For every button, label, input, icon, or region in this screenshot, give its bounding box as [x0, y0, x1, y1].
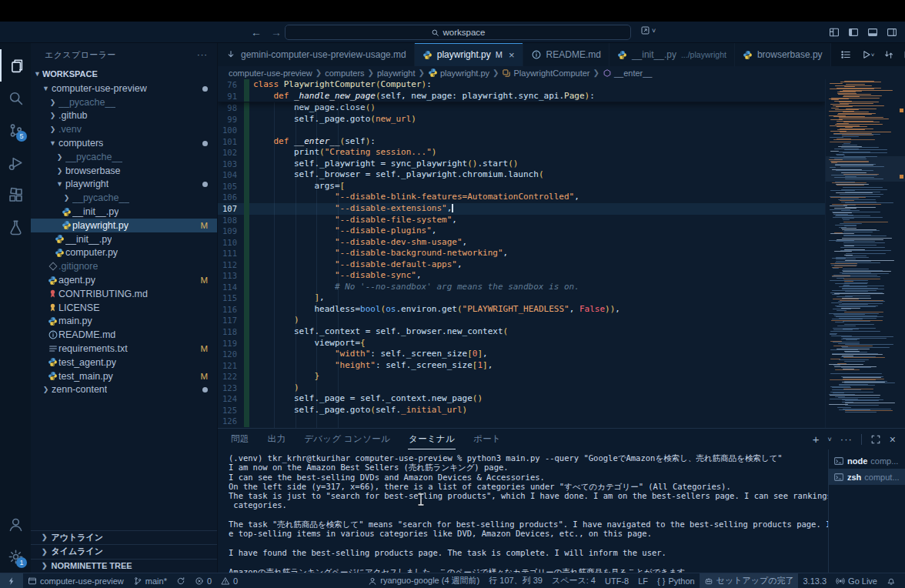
editor-tab-playwright.py[interactable]: playwright.pyM× [415, 43, 523, 66]
editor-tab-README.md[interactable]: README.md [523, 43, 609, 66]
status-python-version[interactable]: 3.13.3 [798, 573, 831, 588]
tree-item-__init__.py[interactable]: __init__.py [31, 232, 217, 246]
terminal-output[interactable]: (.venv) tkr_krhr@tkurihar computer-use-p… [218, 449, 828, 573]
status-git-blame[interactable]: ryanguo-google (4 週間前) [363, 573, 484, 588]
tree-item-.venv[interactable]: ❯.venv [31, 122, 217, 136]
code-line-117[interactable]: 117 ) [218, 315, 825, 326]
code-editor[interactable]: 76class PlaywrightComputer(Computer):91 … [218, 79, 905, 428]
toggle-primary-sidebar-button[interactable] [848, 27, 859, 38]
code-line-125[interactable]: 125 self._page.goto(self._initial_url) [218, 405, 825, 416]
code-line-114[interactable]: 114 # No '--no-sandbox' arg means the sa… [218, 282, 825, 293]
code-line-103[interactable]: 103 self._playwright = sync_playwright()… [218, 159, 825, 170]
breadcrumb-__enter__[interactable]: __enter__ [603, 68, 653, 78]
editor-tab-browserbase.py[interactable]: browserbase.py [735, 43, 831, 66]
tree-item-__pycache__[interactable]: ❯__pycache__ [31, 191, 217, 205]
code-line-109[interactable]: 109 "--disable-plugins", [218, 226, 825, 237]
tree-item-zenn-content[interactable]: ❯zenn-content [31, 383, 217, 397]
outline-button[interactable] [840, 49, 851, 60]
tree-item-.github[interactable]: ❯.github [31, 109, 217, 123]
status-notifications[interactable] [882, 573, 900, 588]
tree-item-README.md[interactable]: README.md [31, 328, 217, 342]
code-line-121[interactable]: 121 "height": self._screen_size[1], [218, 360, 825, 372]
tree-item-test_agent.py[interactable]: test_agent.py [31, 356, 217, 369]
tree-item-browserbase[interactable]: ❯browserbase [31, 164, 217, 178]
sticky-scroll[interactable]: 76class PlaywrightComputer(Computer):91 … [218, 79, 825, 102]
tree-item-playwright.py[interactable]: playwright.pyM [31, 219, 217, 232]
code-line-102[interactable]: 102 print("Creating session...") [218, 147, 825, 159]
panel-tab-出力[interactable]: 出力 [267, 429, 287, 449]
activity-source-control-button[interactable]: 5 [0, 114, 31, 146]
close-tab-button[interactable]: × [509, 49, 515, 61]
workspace-root-folder[interactable]: ▼ WORKSPACE [31, 66, 217, 82]
tree-item-__pycache__[interactable]: ❯__pycache__ [31, 95, 217, 109]
code-line-107[interactable]: 107 "--disable-extensions", [218, 203, 825, 215]
code-line-116[interactable]: 116 headless=bool(os.environ.get("PLAYWR… [218, 304, 825, 316]
breadcrumb-playwright.py[interactable]: playwright.py [428, 68, 489, 78]
code-line-124[interactable]: 124 self._page = self._context.new_page(… [218, 393, 825, 405]
code-line-105[interactable]: 105 args=[ [218, 181, 825, 192]
tree-item-LICENSE[interactable]: LICENSE [31, 301, 217, 315]
status-eol[interactable]: LF [633, 573, 653, 588]
breadcrumb-PlaywrightComputer[interactable]: PlaywrightComputer [502, 68, 589, 78]
tree-item-CONTRIBUTING.md[interactable]: CONTRIBUTING.md [31, 287, 217, 301]
status-cursor-position[interactable]: 行 107、列 39 [484, 573, 547, 588]
minimap[interactable] [825, 79, 905, 428]
code-line-111[interactable]: 111 "--disable-background-networking", [218, 248, 825, 259]
tree-item-test_main.py[interactable]: test_main.pyM [31, 369, 217, 383]
activity-account-button[interactable] [0, 508, 31, 540]
code-line-91[interactable]: 91 def _handle_new_page(self, new_page: … [218, 91, 825, 102]
explorer-more-actions-button[interactable]: ··· [197, 50, 208, 59]
history-forward-button[interactable]: → [271, 26, 282, 38]
command-center-search[interactable]: workspace [285, 25, 631, 40]
status-workspace-name[interactable]: computer-use-preview [23, 573, 129, 588]
activity-run-debug-button[interactable] [0, 146, 31, 179]
status-setup-status[interactable]: セットアップの完了 [700, 573, 799, 588]
panel-tab-ターミナル[interactable]: ターミナル [408, 429, 456, 449]
editor-tab-gemini-computer-use-preview-usage.md[interactable]: gemini-computer-use-preview-usage.md [218, 43, 415, 66]
run-button[interactable]: ˅ [860, 49, 875, 60]
tree-item-playwright[interactable]: ▼playwright [31, 178, 217, 192]
breadcrumb-computer-use-preview[interactable]: computer-use-preview [229, 68, 312, 78]
tree-item-requirements.txt[interactable]: requirements.txtM [31, 342, 217, 356]
code-line-115[interactable]: 115 ], [218, 292, 825, 304]
status-language-mode[interactable]: { }Python [653, 573, 700, 588]
tree-item-computer-use-preview[interactable]: ▼computer-use-preview [31, 82, 217, 95]
sidebar-section-タイムライン[interactable]: ❯タイムライン [31, 544, 217, 559]
tree-item-__init__.py[interactable]: __init__.py [31, 205, 217, 219]
terminal-instance-zsh[interactable]: zshcomput... [829, 469, 905, 485]
code-line-118[interactable]: 118 self._context = self._browser.new_co… [218, 326, 825, 338]
customize-layout-button[interactable] [829, 27, 840, 38]
activity-testing-button[interactable] [0, 211, 31, 243]
code-line-120[interactable]: 120 "width": self._screen_size[0], [218, 349, 825, 360]
status-remote-indicator[interactable] [0, 573, 23, 588]
status-go-live[interactable]: Go Live [831, 573, 882, 588]
code-line-126[interactable]: 126 [218, 416, 825, 427]
sidebar-section-NORMINETTE TREE[interactable]: ❯NORMINETTE TREE [31, 559, 217, 573]
code-line-100[interactable]: 100 [218, 125, 825, 136]
code-line-122[interactable]: 122 } [218, 371, 825, 383]
code-line-110[interactable]: 110 "--disable-dev-shm-usage", [218, 237, 825, 249]
tree-item-__pycache__[interactable]: ❯__pycache__ [31, 150, 217, 164]
status-git-sync[interactable] [172, 573, 190, 588]
status-git-branch[interactable]: main* [129, 573, 172, 588]
compare-button[interactable] [883, 49, 894, 60]
code-line-76[interactable]: 76class PlaywrightComputer(Computer): [218, 79, 825, 91]
tree-item-computers[interactable]: ▼computers [31, 136, 217, 150]
status-errors[interactable]: 0 [190, 573, 216, 588]
code-line-108[interactable]: 108 "--disable-file-system", [218, 215, 825, 226]
code-line-104[interactable]: 104 self._browser = self._playwright.chr… [218, 169, 825, 181]
editor-tab-__init__.py[interactable]: __init__.py.../playwright [609, 43, 735, 66]
tree-item-main.py[interactable]: main.py [31, 315, 217, 329]
panel-maximize-button[interactable] [870, 434, 881, 445]
activity-explorer-button[interactable] [0, 49, 31, 82]
tree-item-computer.py[interactable]: computer.py [31, 246, 217, 260]
status-indentation[interactable]: スペース: 4 [547, 573, 600, 588]
breadcrumb-computers[interactable]: computers [325, 68, 364, 78]
code-line-113[interactable]: 113 "--disable-sync", [218, 270, 825, 282]
new-window-button[interactable]: ˅ [640, 25, 656, 35]
code-line-98[interactable]: 98 new_page.close() [218, 102, 825, 114]
breadcrumb-playwright[interactable]: playwright [377, 68, 416, 78]
toggle-panel-button[interactable] [867, 27, 878, 38]
code-area[interactable]: 76class PlaywrightComputer(Computer):91 … [218, 79, 825, 428]
panel-chevron-down-button[interactable]: ˅ [828, 436, 832, 443]
